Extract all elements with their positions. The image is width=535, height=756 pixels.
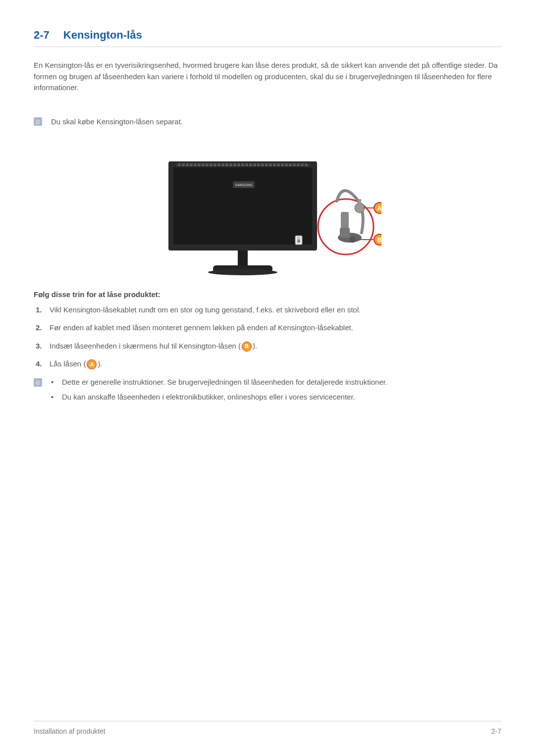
page-footer: Installation af produktet 2-7 <box>34 721 501 735</box>
note-general-instructions: • Dette er generelle instruktioner. Se b… <box>34 377 501 407</box>
step-number: 3. <box>36 341 45 352</box>
kensington-figure: SAMSUNG A <box>34 153 501 275</box>
section-number: 2-7 <box>34 29 50 42</box>
step-number: 1. <box>36 304 45 316</box>
svg-point-40 <box>208 269 277 275</box>
svg-point-50 <box>350 237 356 243</box>
callout-badge-b: B <box>377 237 381 244</box>
note-bullet-text: Du kan anskaffe låseenheden i elektronik… <box>62 392 355 403</box>
svg-rect-42 <box>297 240 300 243</box>
footer-right: 2-7 <box>491 727 501 735</box>
step-4: 4. Lås låsen (A). <box>36 358 501 370</box>
step-text: Indsæt låseenheden i skærmens hul til Ke… <box>50 341 257 352</box>
step-text: Lås låsen (A). <box>50 358 103 370</box>
note-text: Du skal købe Kensington-låsen separat. <box>51 117 183 126</box>
section-heading: 2-7 Kensington-lås <box>34 29 501 47</box>
note-bullet: • Dette er generelle instruktioner. Se b… <box>51 377 387 388</box>
svg-rect-38 <box>238 251 248 265</box>
svg-rect-1 <box>173 167 312 245</box>
badge-a-inline: A <box>87 359 97 369</box>
note-separate-purchase: Du skal købe Kensington-låsen separat. <box>34 117 501 126</box>
footer-left: Installation af produktet <box>34 727 106 735</box>
bullet-dot-icon: • <box>51 377 56 388</box>
brand-label: SAMSUNG <box>235 183 252 187</box>
steps-heading: Følg disse trin for at låse produktet: <box>34 290 501 299</box>
steps-list: 1. Vikl Kensington-låsekablet rundt om e… <box>34 304 501 370</box>
section-title: Kensington-lås <box>63 29 142 42</box>
step-number: 4. <box>36 358 45 370</box>
callout-badge-a: A <box>377 205 381 212</box>
svg-rect-47 <box>340 228 350 238</box>
badge-b-inline: B <box>242 342 252 352</box>
bullet-dot-icon: • <box>51 392 56 403</box>
note-bullet-list: • Dette er generelle instruktioner. Se b… <box>51 377 387 407</box>
monitor-lock-illustration: SAMSUNG A <box>154 153 381 275</box>
note-icon <box>34 378 42 387</box>
step-2: 2. Før enden af kablet med låsen montere… <box>36 322 501 334</box>
step-3: 3. Indsæt låseenheden i skærmens hul til… <box>36 341 501 352</box>
step-text: Før enden af kablet med låsen monteret g… <box>50 322 353 334</box>
step-1: 1. Vikl Kensington-låsekablet rundt om e… <box>36 304 501 316</box>
svg-rect-49 <box>358 199 361 206</box>
note-icon <box>34 117 42 126</box>
step-text: Vikl Kensington-låsekablet rundt om en s… <box>50 304 361 316</box>
note-bullet-text: Dette er generelle instruktioner. Se bru… <box>62 377 387 388</box>
note-bullet: • Du kan anskaffe låseenheden i elektron… <box>51 392 387 403</box>
step-number: 2. <box>36 322 45 334</box>
intro-paragraph: En Kensington-lås er en tyverisikringsen… <box>34 60 501 94</box>
svg-rect-2 <box>176 163 309 166</box>
